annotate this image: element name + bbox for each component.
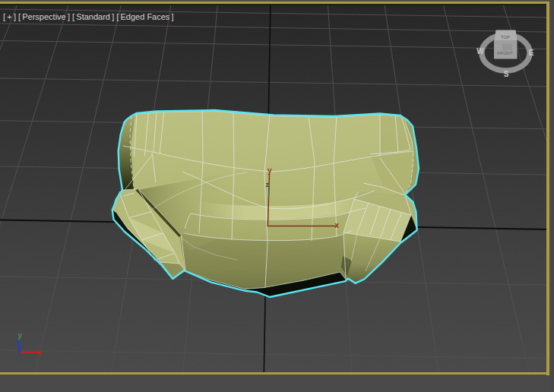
svg-text:W: W (476, 47, 484, 55)
svg-text:FRONT: FRONT (497, 51, 513, 55)
svg-text:z: z (266, 181, 270, 188)
svg-text:S: S (504, 70, 509, 78)
svg-text:E: E (529, 49, 534, 57)
svg-text:y: y (18, 331, 23, 340)
svg-text:TOP: TOP (501, 35, 510, 40)
svg-text:x: x (38, 349, 42, 357)
svg-text:y: y (268, 166, 272, 175)
svg-text:x: x (335, 221, 340, 229)
